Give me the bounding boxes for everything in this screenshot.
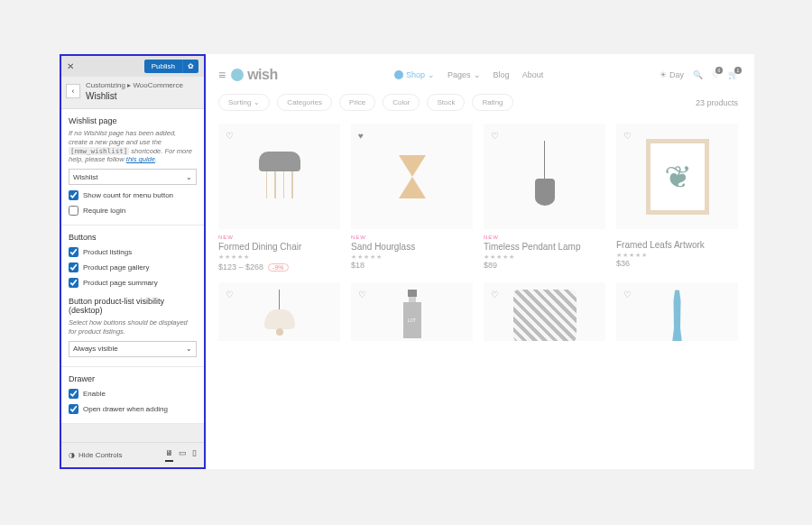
chevron-down-icon: ⌄ <box>186 173 192 181</box>
drawer-open-checkbox[interactable]: Open drawer when adding <box>69 404 197 414</box>
product-image <box>670 290 685 341</box>
heart-icon[interactable]: ♡ <box>358 290 366 299</box>
filter-price[interactable]: Price <box>339 94 375 111</box>
section-description: If no Wishlist page has been added, crea… <box>69 129 197 164</box>
product-card[interactable]: ♥ NEW Sand Hourglass ★★★★★ $18 <box>351 124 473 272</box>
heart-icon[interactable]: ♡ <box>226 290 234 299</box>
product-title: Framed Leafs Artwork <box>616 240 738 250</box>
wishlist-icon[interactable]: ♡0 <box>712 70 719 79</box>
product-card[interactable]: ♡ <box>218 282 340 341</box>
heart-icon[interactable]: ♡ <box>623 131 632 141</box>
customizer-panel: ✕ Publish ✿ ‹ Customizing ▸ WooCommerce … <box>60 54 206 469</box>
product-summary-input[interactable] <box>69 278 78 288</box>
nav-shop[interactable]: Shop ⌄ <box>394 70 435 79</box>
section-buttons: Buttons Product listings Product page ga… <box>61 226 204 367</box>
heart-icon[interactable]: ♡ <box>226 131 234 141</box>
chevron-down-icon: ⌄ <box>186 345 192 353</box>
section-heading: Wishlist page <box>69 116 197 125</box>
nav-about[interactable]: About <box>522 70 544 79</box>
filter-sorting[interactable]: Sorting ⌄ <box>218 94 270 111</box>
product-card[interactable]: ♡ <box>484 282 605 341</box>
section-drawer: Drawer Enable Open drawer when adding <box>61 367 204 424</box>
nav-blog[interactable]: Blog <box>494 70 510 79</box>
close-icon[interactable]: ✕ <box>67 61 74 71</box>
product-card[interactable]: ♡ ❦ Framed Leafs Artwork ★★★★★ $36 <box>616 124 738 272</box>
drawer-open-input[interactable] <box>69 404 78 414</box>
filter-stock[interactable]: Stock <box>427 94 465 111</box>
product-gallery-input[interactable] <box>69 262 78 272</box>
require-login-input[interactable] <box>69 206 78 216</box>
product-grid: ♡ NEW Formed Dining Chair ★★★★★ $123 – $… <box>218 124 738 341</box>
rating-stars: ★★★★★ <box>484 253 605 261</box>
heart-icon[interactable]: ♡ <box>491 131 499 141</box>
search-icon[interactable]: 🔍 <box>693 70 703 79</box>
nav-pages[interactable]: Pages ⌄ <box>448 70 481 79</box>
product-title: Timeless Pendant Lamp <box>484 242 605 252</box>
filter-rating[interactable]: Rating <box>472 94 512 111</box>
require-login-checkbox[interactable]: Require login <box>69 206 197 216</box>
product-summary-label: Product page summary <box>83 279 158 287</box>
back-button[interactable]: ‹ <box>66 84 80 98</box>
show-count-input[interactable] <box>69 190 78 200</box>
wishlist-page-select[interactable]: Wishlist ⌄ <box>69 169 197 185</box>
heart-icon[interactable]: ♡ <box>491 290 499 299</box>
breadcrumb-path: Customizing ▸ WooCommerce <box>86 81 183 89</box>
device-tablet-icon[interactable]: ▭ <box>179 448 187 462</box>
publish-settings-icon[interactable]: ✿ <box>182 60 198 73</box>
product-listings-checkbox[interactable]: Product listings <box>69 247 197 257</box>
discount-badge: -9% <box>268 263 288 272</box>
product-title: Formed Dining Chair <box>218 242 340 252</box>
hide-controls-button[interactable]: ◑ Hide Controls <box>69 451 122 459</box>
heart-icon[interactable]: ♡ <box>623 290 632 299</box>
product-title: Sand Hourglass <box>351 242 473 252</box>
page-title: Wishlist <box>86 91 183 101</box>
product-card[interactable]: ♡ LOT <box>351 282 473 341</box>
logo-text: wish <box>247 67 278 83</box>
site-logo[interactable]: wish <box>231 67 278 83</box>
visibility-select[interactable]: Always visible ⌄ <box>69 341 197 357</box>
menu-icon[interactable]: ≡ <box>218 68 226 82</box>
product-card[interactable]: ♡ NEW Timeless Pendant Lamp ★★★★★ $89 <box>484 124 605 272</box>
product-price: $89 <box>484 261 605 270</box>
product-card[interactable]: ♡ NEW Formed Dining Chair ★★★★★ $123 – $… <box>218 124 340 272</box>
product-image <box>399 150 426 204</box>
product-gallery-checkbox[interactable]: Product page gallery <box>69 262 197 272</box>
logo-mark-icon <box>231 69 244 81</box>
site-preview: ≡ wish Shop ⌄ Pages ⌄ Blog About ☀ Day 🔍… <box>206 54 754 469</box>
filter-categories[interactable]: Categories <box>277 94 332 111</box>
product-card[interactable]: ♡ <box>616 282 738 341</box>
device-desktop-icon[interactable]: 🖥 <box>165 448 173 462</box>
rating-stars: ★★★★★ <box>218 253 340 261</box>
drawer-enable-label: Enable <box>83 390 106 398</box>
filter-color[interactable]: Color <box>383 94 420 111</box>
cart-icon[interactable]: 🛒1 <box>728 70 738 79</box>
product-image: ❦ <box>646 139 709 215</box>
theme-toggle[interactable]: ☀ Day <box>660 70 684 79</box>
product-image: LOT <box>403 290 421 338</box>
product-count: 23 products <box>696 98 738 107</box>
product-image <box>257 152 302 201</box>
product-summary-checkbox[interactable]: Product page summary <box>69 278 197 288</box>
new-badge: NEW <box>484 235 605 240</box>
product-gallery-label: Product page gallery <box>83 263 149 272</box>
site-header: ≡ wish Shop ⌄ Pages ⌄ Blog About ☀ Day 🔍… <box>218 67 738 83</box>
product-image <box>531 141 558 213</box>
product-image <box>513 290 577 341</box>
show-count-label: Show count for menu button <box>83 191 173 199</box>
filter-bar: Sorting ⌄ Categories Price Color Stock R… <box>218 94 738 111</box>
product-listings-input[interactable] <box>69 247 78 257</box>
section-heading: Drawer <box>69 374 197 383</box>
drawer-enable-checkbox[interactable]: Enable <box>69 389 197 399</box>
product-price: $18 <box>351 261 473 270</box>
device-mobile-icon[interactable]: ▯ <box>192 448 197 462</box>
badge-count: 1 <box>734 67 742 74</box>
heart-icon[interactable]: ♥ <box>358 131 364 141</box>
panel-footer: ◑ Hide Controls 🖥 ▭ ▯ <box>61 442 204 467</box>
product-price: $36 <box>616 259 738 268</box>
chevron-down-icon: ⌄ <box>474 70 481 79</box>
section-heading: Buttons <box>69 233 197 242</box>
show-count-checkbox[interactable]: Show count for menu button <box>69 190 197 200</box>
guide-link[interactable]: this guide <box>126 155 155 163</box>
publish-button[interactable]: Publish <box>144 60 182 73</box>
drawer-enable-input[interactable] <box>69 389 78 399</box>
